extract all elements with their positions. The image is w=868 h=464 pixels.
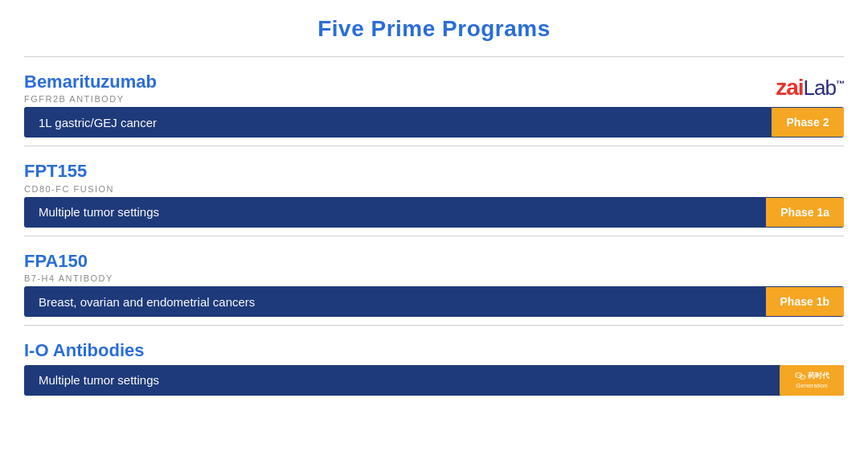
indication-text: Breast, ovarian and endometrial cancers [24, 287, 766, 317]
indication-text: 1L gastric/GEJ cancer [24, 108, 772, 138]
phase-badge: Phase 2 [772, 108, 844, 137]
lab-text: Lab [804, 76, 836, 100]
program-subtitle: B7-H4 ANTIBODY [24, 273, 113, 283]
program-name: I-O Antibodies [24, 340, 145, 361]
top-divider [24, 56, 844, 57]
wechat-icon [795, 371, 806, 382]
section-divider [24, 236, 844, 236]
zai-text: zai [776, 75, 803, 100]
svg-point-3 [798, 375, 799, 376]
program-header-io: I-O Antibodies [24, 334, 844, 364]
tm-text: ™ [836, 79, 844, 88]
program-header-fpt155: FPT155 CD80-FC FUSION [24, 154, 844, 196]
section-divider [24, 146, 844, 146]
indication-bar-fpa150-0: Breast, ovarian and endometrial cancers … [24, 286, 844, 317]
indication-text: Multiple tumor settings [24, 365, 844, 395]
program-fpt155: FPT155 CD80-FC FUSION Multiple tumor set… [24, 154, 844, 236]
zailab-logo: zaiLab™ [776, 76, 844, 99]
section-divider [24, 325, 844, 326]
program-subtitle: FGFR2B ANTIBODY [24, 94, 157, 104]
svg-point-2 [796, 375, 797, 376]
program-name: FPA150 [24, 251, 113, 272]
program-subtitle: CD80-FC FUSION [24, 184, 114, 194]
program-name-group: FPT155 CD80-FC FUSION [24, 161, 114, 193]
page-container: Five Prime Programs Bemarituzumab FGFR2B… [0, 0, 868, 412]
svg-point-4 [801, 376, 802, 377]
phase-badge: Phase 1b [766, 287, 844, 316]
program-fpa150: FPA150 B7-H4 ANTIBODY Breast, ovarian an… [24, 244, 844, 326]
indication-bar-fpt155-0: Multiple tumor settings Phase 1a [24, 197, 844, 228]
program-name: Bemarituzumab [24, 72, 157, 92]
svg-point-5 [803, 376, 804, 377]
program-name-group: I-O Antibodies [24, 340, 145, 361]
bottom-bar-wrapper: Multiple tumor settings 药时代 Generation [24, 365, 844, 396]
watermark-bottom: Generation [796, 382, 828, 390]
watermark-top: 药时代 [808, 372, 829, 380]
program-bemarituzumab: Bemarituzumab FGFR2B ANTIBODY zaiLab™ 1L… [24, 65, 844, 146]
program-name-group: Bemarituzumab FGFR2B ANTIBODY [24, 72, 157, 104]
indication-bar-io-0: Multiple tumor settings [24, 365, 844, 396]
program-name: FPT155 [24, 161, 114, 182]
svg-point-0 [795, 372, 801, 377]
watermark: 药时代 Generation [780, 365, 844, 396]
program-io-antibodies: I-O Antibodies Multiple tumor settings [24, 334, 844, 395]
partner-logo-zailab: zaiLab™ [776, 72, 844, 104]
phase-badge: Phase 1a [766, 198, 844, 227]
indication-bar-bemarituzumab-0: 1L gastric/GEJ cancer Phase 2 [24, 107, 844, 138]
program-name-group: FPA150 B7-H4 ANTIBODY [24, 251, 113, 283]
program-header-fpa150: FPA150 B7-H4 ANTIBODY [24, 244, 844, 286]
indication-text: Multiple tumor settings [24, 197, 766, 227]
program-header-bemarituzumab: Bemarituzumab FGFR2B ANTIBODY zaiLab™ [24, 65, 844, 107]
page-title: Five Prime Programs [24, 16, 844, 42]
